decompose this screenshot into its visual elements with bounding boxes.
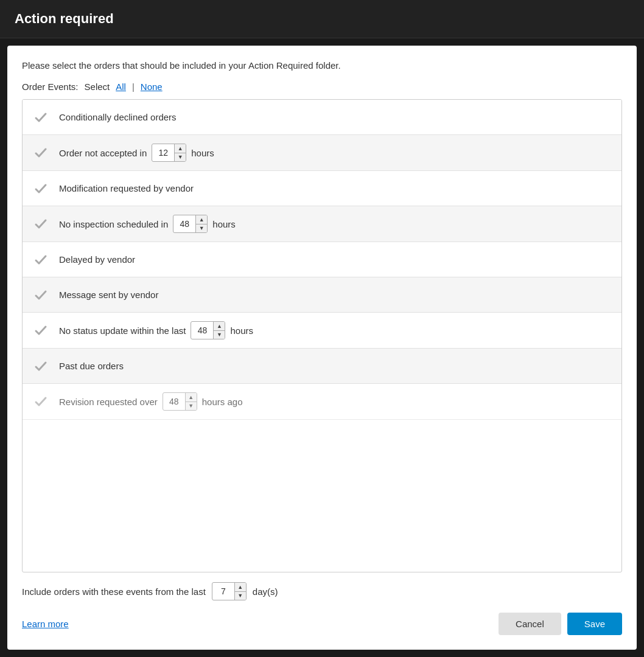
spinner-down-no-inspection-scheduled[interactable]: ▼ xyxy=(196,224,207,233)
save-button[interactable]: Save xyxy=(567,613,622,635)
days-spinner-value[interactable] xyxy=(212,586,234,596)
item-text-no-status-update: No status update within the last ▲▼ hour… xyxy=(59,321,612,339)
bottom-row: Include orders with these events from th… xyxy=(22,582,622,600)
check-icon-modification-requested[interactable] xyxy=(32,180,49,197)
description-text: Please select the orders that should be … xyxy=(22,60,622,71)
list-item-delayed-by-vendor[interactable]: Delayed by vendor xyxy=(23,242,621,277)
item-text-order-not-accepted: Order not accepted in ▲▼ hours xyxy=(59,144,612,162)
dialog-title: Action required xyxy=(15,11,629,27)
check-icon-revision-requested[interactable] xyxy=(32,393,49,410)
spinner-no-inspection-scheduled[interactable]: ▲▼ xyxy=(173,215,208,233)
spinner-value-no-status-update[interactable] xyxy=(191,325,213,335)
cancel-button[interactable]: Cancel xyxy=(499,613,561,635)
item-text-past-due-orders: Past due orders xyxy=(59,361,612,371)
bottom-row-suffix: day(s) xyxy=(253,586,278,597)
spinner-up-revision-requested[interactable]: ▲ xyxy=(186,393,197,402)
title-bar: Action required xyxy=(0,0,644,38)
dialog-wrapper: Action required Please select the orders… xyxy=(0,0,644,657)
spinner-up-order-not-accepted[interactable]: ▲ xyxy=(175,144,186,153)
list-item-message-sent[interactable]: Message sent by vendor xyxy=(23,277,621,313)
spinner-down-revision-requested[interactable]: ▼ xyxy=(186,402,197,411)
spinner-buttons-order-not-accepted: ▲▼ xyxy=(174,144,186,161)
spinner-no-status-update[interactable]: ▲▼ xyxy=(191,321,225,339)
item-text-modification-requested: Modification requested by vendor xyxy=(59,183,612,193)
check-icon-delayed-by-vendor[interactable] xyxy=(32,251,49,268)
check-icon-conditionally-declined[interactable] xyxy=(32,109,49,126)
list-item-past-due-orders[interactable]: Past due orders xyxy=(23,349,621,384)
item-text-conditionally-declined: Conditionally declined orders xyxy=(59,112,612,122)
spinner-order-not-accepted[interactable]: ▲▼ xyxy=(152,144,186,162)
dialog-body: Please select the orders that should be … xyxy=(7,46,637,650)
check-icon-no-status-update[interactable] xyxy=(32,322,49,339)
bottom-row-prefix: Include orders with these events from th… xyxy=(22,586,206,597)
spinner-buttons-no-status-update: ▲▼ xyxy=(213,322,225,339)
item-text-delayed-by-vendor: Delayed by vendor xyxy=(59,254,612,265)
days-spinner-up[interactable]: ▲ xyxy=(235,583,246,592)
order-events-label: Order Events: xyxy=(22,82,79,92)
spinner-up-no-status-update[interactable]: ▲ xyxy=(214,322,225,331)
check-icon-order-not-accepted[interactable] xyxy=(32,144,49,161)
list-scroll[interactable]: Conditionally declined orders Order not … xyxy=(23,100,621,572)
days-spinner-down[interactable]: ▼ xyxy=(235,592,246,600)
list-item-order-not-accepted[interactable]: Order not accepted in ▲▼ hours xyxy=(23,135,621,171)
spinner-value-order-not-accepted[interactable] xyxy=(152,148,174,158)
order-events-header: Order Events: Select All | None xyxy=(22,82,622,92)
item-text-no-inspection-scheduled: No inspection scheduled in ▲▼ hours xyxy=(59,215,612,233)
button-group: Cancel Save xyxy=(499,613,622,635)
days-spinner-buttons: ▲ ▼ xyxy=(234,583,246,600)
list-item-no-status-update[interactable]: No status update within the last ▲▼ hour… xyxy=(23,313,621,349)
list-item-modification-requested[interactable]: Modification requested by vendor xyxy=(23,171,621,206)
spinner-buttons-no-inspection-scheduled: ▲▼ xyxy=(195,215,207,232)
list-container: Conditionally declined orders Order not … xyxy=(22,99,622,572)
list-item-conditionally-declined[interactable]: Conditionally declined orders xyxy=(23,100,621,135)
spinner-down-order-not-accepted[interactable]: ▼ xyxy=(175,153,186,162)
spinner-down-no-status-update[interactable]: ▼ xyxy=(214,331,225,339)
list-item-revision-requested[interactable]: Revision requested over ▲▼ hours ago xyxy=(23,384,621,420)
separator: | xyxy=(132,82,135,92)
days-spinner[interactable]: ▲ ▼ xyxy=(212,582,247,600)
item-text-revision-requested: Revision requested over ▲▼ hours ago xyxy=(59,392,612,411)
item-text-message-sent: Message sent by vendor xyxy=(59,290,612,300)
select-label: Select xyxy=(85,82,110,92)
check-icon-message-sent[interactable] xyxy=(32,287,49,304)
select-all-link[interactable]: All xyxy=(116,82,126,92)
spinner-value-no-inspection-scheduled[interactable] xyxy=(173,219,195,229)
spinner-up-no-inspection-scheduled[interactable]: ▲ xyxy=(196,215,207,224)
spinner-revision-requested[interactable]: ▲▼ xyxy=(163,392,197,411)
select-none-link[interactable]: None xyxy=(141,82,163,92)
spinner-value-revision-requested[interactable] xyxy=(163,397,185,406)
learn-more-link[interactable]: Learn more xyxy=(22,619,69,629)
list-item-no-inspection-scheduled[interactable]: No inspection scheduled in ▲▼ hours xyxy=(23,206,621,242)
spinner-buttons-revision-requested: ▲▼ xyxy=(185,393,197,410)
check-icon-past-due-orders[interactable] xyxy=(32,358,49,375)
check-icon-no-inspection-scheduled[interactable] xyxy=(32,215,49,232)
footer: Learn more Cancel Save xyxy=(22,613,622,635)
